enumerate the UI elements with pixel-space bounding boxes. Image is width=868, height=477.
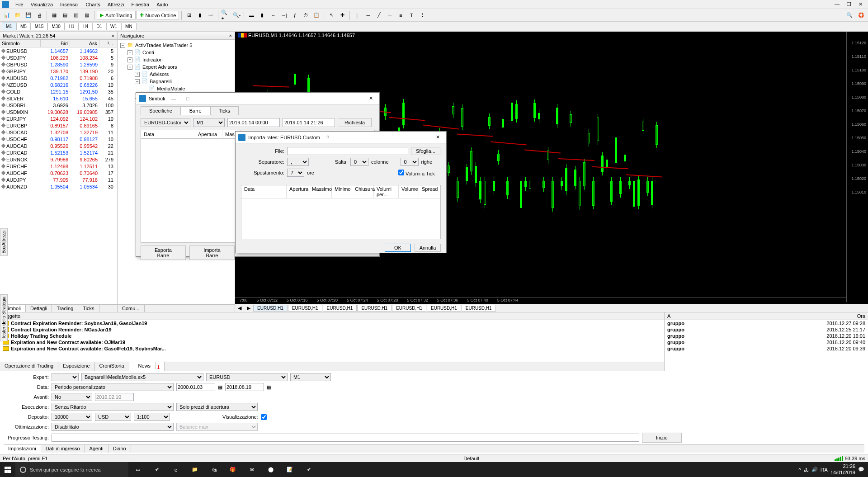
importa-button[interactable]: Importa Barre (189, 246, 235, 260)
col-apertura[interactable]: Apertura (287, 185, 309, 198)
close-icon[interactable]: × (229, 33, 232, 38)
chart-tab[interactable]: EURUSD,H1 (288, 305, 322, 312)
notification-icon[interactable]: 💬 (858, 467, 864, 472)
auto-trading-button[interactable]: ▶AutoTrading (97, 11, 136, 19)
col-volume[interactable]: Volume (399, 185, 419, 198)
tf-h1[interactable]: H1 (65, 23, 79, 30)
menu-aiuto[interactable]: Aiuto (153, 1, 171, 8)
col-apertura[interactable]: Apertura (195, 130, 222, 138)
vline-icon[interactable]: │ (352, 10, 362, 20)
date-from[interactable] (176, 383, 215, 391)
save-icon[interactable]: 💾 (24, 10, 33, 20)
tf-d1[interactable]: D1 (92, 23, 106, 30)
close-icon[interactable]: ✕ (855, 1, 866, 7)
market-watch-row[interactable]: AUDNZD1.055041.0553430 (0, 183, 117, 190)
minimize-icon[interactable]: — (831, 1, 843, 7)
date-from[interactable] (227, 118, 280, 127)
market-watch-row[interactable]: USDJPY108.229108.2345 (0, 54, 117, 61)
avanti-select[interactable]: No (52, 393, 92, 401)
tf-select[interactable]: M1 (193, 118, 225, 127)
scroll-icon[interactable]: ↔ (268, 10, 278, 20)
tab-ticks[interactable]: Ticks (210, 106, 239, 115)
market-watch-row[interactable]: USDCAD1.327081.3271911 (0, 129, 117, 136)
news-row[interactable]: Holiday Trading Schedule (0, 333, 664, 339)
expand-icon[interactable]: − (135, 79, 140, 84)
channel-icon[interactable]: ═ (385, 10, 395, 20)
tray-up-icon[interactable]: ^ (798, 467, 801, 472)
market-watch-row[interactable]: AUDUSD0.719820.719886 (0, 75, 117, 81)
righe-select[interactable]: 0 (401, 158, 419, 166)
tf-m15[interactable]: M15 (31, 23, 47, 30)
tf-mn[interactable]: MN (121, 23, 137, 30)
nav-node[interactable]: +📄Advisors (120, 71, 232, 78)
tester-icon[interactable]: ▧ (82, 10, 92, 20)
app-icon[interactable]: ✔ (147, 462, 166, 477)
tab-cronistoria[interactable]: CroniStoria (95, 362, 129, 371)
market-watch-row[interactable]: GBPJPY139.170139.19020 (0, 68, 117, 75)
folder-icon[interactable]: 📁 (13, 10, 23, 20)
mw-toggle-icon[interactable]: ▦ (49, 10, 59, 20)
expert-type[interactable] (52, 373, 79, 381)
market-watch-row[interactable]: EURNOK9.799869.80265279 (0, 156, 117, 163)
tab-dati[interactable]: Dati in ingresso (41, 445, 85, 453)
volumi-checkbox[interactable] (398, 170, 404, 175)
fibo-icon[interactable]: ≡ (396, 10, 406, 20)
zoom-in-icon[interactable]: 🔍+ (221, 10, 231, 20)
market-watch-row[interactable]: GBPUSD1.285901.285999 (0, 61, 117, 68)
file-input[interactable] (287, 147, 408, 155)
market-watch-row[interactable]: USDBRL3.69263.7026100 (0, 102, 117, 109)
esporta-button[interactable]: Esporta Barre (141, 246, 186, 260)
close-icon[interactable]: ✕ (432, 134, 443, 140)
print-icon[interactable]: 🖨 (34, 10, 44, 20)
crosshair-icon[interactable]: ✚ (337, 10, 347, 20)
zoom-out-icon[interactable]: 🔍- (231, 10, 241, 20)
col-chiusura[interactable]: Chiusura (352, 185, 374, 198)
news-row[interactable]: Contract Expiration Reminder: NGasJan19 (0, 326, 664, 333)
tf-m1[interactable]: M1 (2, 23, 16, 30)
salta-select[interactable]: 0 (350, 158, 368, 166)
tester-side-tab[interactable]: Tester della Strategia (0, 294, 8, 341)
deposito-select[interactable]: 10000 (52, 413, 92, 421)
col-massimo[interactable]: Massimo (309, 185, 332, 198)
tray-lang[interactable]: ITA (821, 467, 828, 472)
tab-news[interactable]: News 1 (129, 362, 165, 371)
terminal-icon[interactable]: ▥ (71, 10, 81, 20)
trendline-icon[interactable]: ╱ (374, 10, 384, 20)
start-button[interactable] (0, 462, 15, 477)
minimize-icon[interactable]: — (168, 96, 180, 101)
col-a[interactable]: A (667, 313, 816, 319)
template-icon[interactable]: 📋 (311, 10, 321, 20)
menu-inserisci[interactable]: Inserisci (57, 1, 82, 8)
tray-sound-icon[interactable]: 🔊 (811, 467, 818, 472)
menu-visualizza[interactable]: Visualizza (27, 1, 57, 8)
mw-header-bid[interactable]: Bid (41, 40, 70, 47)
market-watch-row[interactable]: EURUSD1.146571.146625 (0, 47, 117, 54)
line-icon[interactable]: 〰 (206, 10, 216, 20)
chrome-icon[interactable]: ⬤ (261, 462, 280, 477)
expert-file[interactable]: Bagnarelli\MediaMobile.ex5 (81, 373, 203, 381)
prezzi-select[interactable]: Solo prezzi di apertura (176, 403, 258, 411)
store-icon[interactable]: 🛍 (204, 462, 223, 477)
news-row[interactable]: Contract Expiration Reminder: SoybnsJan1… (0, 320, 664, 326)
market-watch-row[interactable]: EURCAD1.521531.5217421 (0, 149, 117, 156)
esecuzione-select[interactable]: Senza Ritardo (52, 403, 174, 411)
viz-checkbox[interactable] (261, 414, 267, 420)
data-mode[interactable]: Periodo personalizzato (52, 383, 174, 391)
text-icon[interactable]: T (406, 10, 416, 20)
symbol-select[interactable]: EURUSD-Custom (141, 118, 190, 127)
tab-dettagli[interactable]: Dettagli (26, 305, 52, 312)
market-watch-row[interactable]: AUDJPY77.90577.91611 (0, 176, 117, 183)
expand-icon[interactable]: + (127, 50, 132, 55)
market-watch-row[interactable]: AUDCHF0.706230.7064017 (0, 170, 117, 176)
nav-node[interactable]: +📄Conti (120, 49, 232, 56)
label-icon[interactable]: ⋮ (417, 10, 427, 20)
tray-network-icon[interactable]: 🖧 (804, 467, 809, 472)
tile-h-icon[interactable]: ▬ (246, 10, 256, 20)
spost-select[interactable]: 7 (287, 169, 304, 177)
explorer-icon[interactable]: 📁 (185, 462, 204, 477)
mw-header-ask[interactable]: Ask (70, 40, 99, 47)
new-chart-icon[interactable]: 📊 (2, 10, 12, 20)
gruppo-row[interactable]: gruppo2018.12.25 21:17 (665, 326, 868, 333)
col-data[interactable]: Data (241, 185, 287, 198)
chart-tab[interactable]: EURUSD,H1 (427, 305, 461, 312)
